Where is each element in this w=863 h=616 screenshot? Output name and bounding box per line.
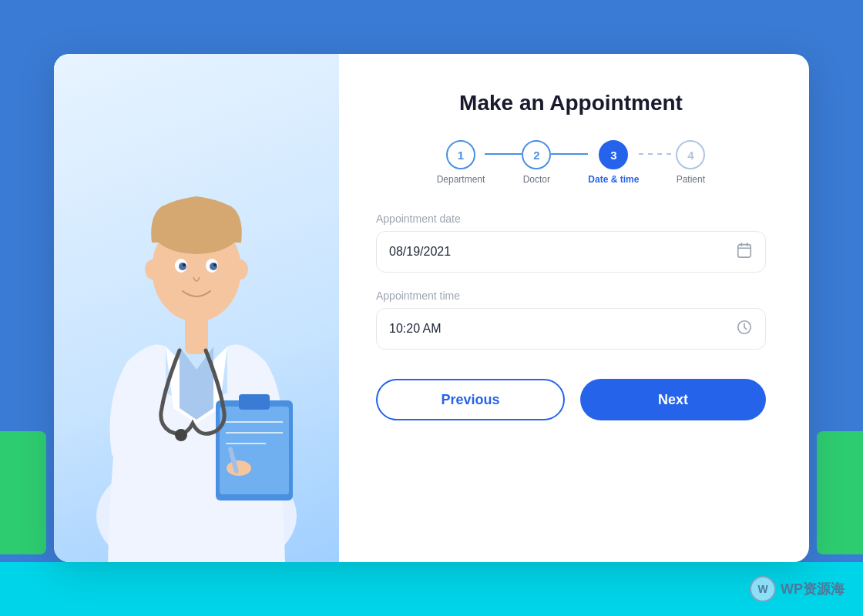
form-panel: Make an Appointment 1 Department 2 Docto…	[339, 54, 809, 562]
step-3: 3 Date & time	[588, 140, 639, 185]
clock-icon	[736, 319, 753, 340]
svg-point-18	[175, 429, 187, 441]
button-row: Previous Next	[376, 379, 766, 420]
svg-point-6	[179, 263, 186, 270]
step-indicator: 1 Department 2 Doctor 3 Date & time	[376, 140, 766, 185]
appointment-date-group: Appointment date 08/19/2021	[376, 213, 766, 273]
bg-bottom-bar	[0, 562, 863, 616]
doctor-illustration	[65, 116, 327, 562]
svg-point-10	[145, 259, 160, 280]
next-button[interactable]: Next	[580, 379, 766, 420]
calendar-icon	[736, 242, 753, 263]
step-3-label: Date & time	[588, 174, 639, 185]
step-2-label: Doctor	[523, 174, 550, 185]
svg-rect-21	[738, 244, 751, 257]
time-value: 10:20 AM	[389, 322, 442, 336]
step-1: 1 Department	[437, 140, 485, 185]
date-value: 08/19/2021	[389, 245, 451, 259]
connector-2-3	[551, 153, 588, 155]
step-4-label: Patient	[677, 174, 705, 185]
connector-3-4	[639, 153, 676, 155]
step-4-circle: 4	[676, 140, 705, 169]
step-2: 2 Doctor	[522, 140, 551, 185]
appointment-time-group: Appointment time 10:20 AM	[376, 290, 766, 350]
svg-point-11	[233, 259, 248, 280]
connector-1-2	[485, 153, 522, 155]
bg-accent-left	[0, 431, 46, 554]
doctor-image-panel	[54, 54, 339, 562]
form-title: Make an Appointment	[376, 91, 766, 116]
watermark: W WP资源海	[750, 576, 845, 602]
previous-button[interactable]: Previous	[376, 379, 565, 420]
step-1-circle: 1	[446, 140, 475, 169]
step-3-circle: 3	[599, 140, 628, 169]
watermark-label: WP资源海	[781, 580, 845, 598]
svg-rect-14	[239, 394, 270, 410]
svg-point-8	[183, 263, 186, 266]
svg-point-19	[227, 460, 251, 476]
time-input[interactable]: 10:20 AM	[376, 308, 766, 350]
watermark-icon: W	[750, 576, 776, 602]
svg-point-9	[213, 263, 217, 266]
date-field-label: Appointment date	[376, 213, 766, 225]
appointment-card: Make an Appointment 1 Department 2 Docto…	[54, 54, 809, 562]
step-1-label: Department	[437, 174, 485, 185]
time-field-label: Appointment time	[376, 290, 766, 302]
step-2-circle: 2	[522, 140, 551, 169]
bg-accent-right	[817, 431, 863, 554]
svg-point-7	[210, 263, 217, 270]
step-4: 4 Patient	[676, 140, 705, 185]
date-input[interactable]: 08/19/2021	[376, 231, 766, 273]
